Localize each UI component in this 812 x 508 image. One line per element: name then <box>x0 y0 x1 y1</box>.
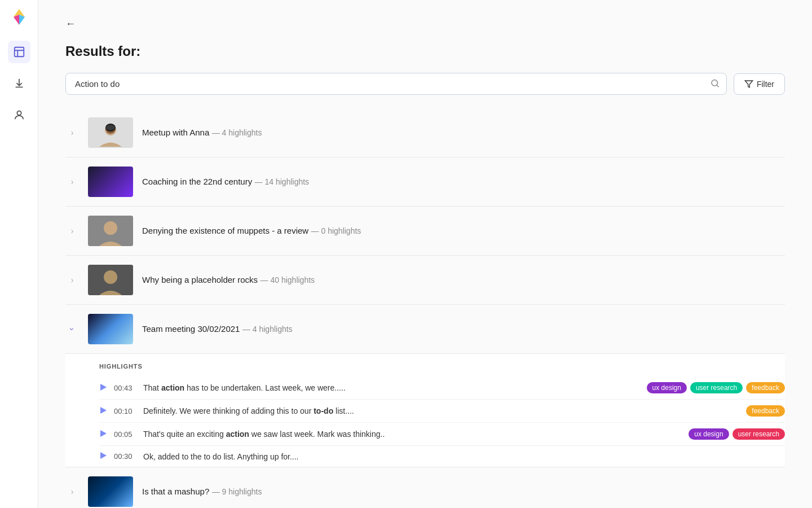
result-title-placeholder: Why being a placeholder rocks <box>142 275 258 284</box>
result-info-meetup-anna: Meetup with Anna — 4 highlights <box>142 128 262 138</box>
thumbnail-meetup-anna <box>88 117 133 148</box>
highlight-text-2: Definitely. We were thinking of adding t… <box>143 406 739 415</box>
expand-button-team-meeting[interactable]: › <box>68 322 77 336</box>
result-title-mashup: Is that a mashup? <box>142 487 209 496</box>
tags-1: ux design user research feedback <box>647 382 785 393</box>
sidebar-item-download[interactable] <box>8 72 30 95</box>
svg-rect-0 <box>14 47 24 57</box>
tag-ux-design-3: ux design <box>689 428 729 440</box>
highlight-row-1: 00:43 That action has to be undertaken. … <box>99 376 785 400</box>
tag-user-research-1: user research <box>690 382 743 393</box>
search-row: Filter <box>65 73 785 95</box>
svg-point-9 <box>104 221 117 235</box>
thumbnail-coaching <box>88 167 133 197</box>
timestamp-1: 00:43 <box>114 384 136 392</box>
play-button-2[interactable] <box>99 406 107 416</box>
result-item-placeholder: › Why being a placeholder rocks — 40 hig… <box>65 256 785 305</box>
tags-2: feedback <box>746 405 785 417</box>
expand-button-muppets[interactable]: › <box>65 226 79 235</box>
back-button[interactable]: ← <box>65 18 76 30</box>
page-title: Results for: <box>65 43 785 59</box>
tag-ux-design-1: ux design <box>647 382 687 393</box>
search-wrapper <box>65 73 727 95</box>
results-list: › Meetup with Anna — 4 highlights › Co <box>65 108 785 508</box>
search-button[interactable] <box>710 78 720 90</box>
sidebar-item-clips[interactable] <box>8 41 30 63</box>
play-button-1[interactable] <box>99 383 107 393</box>
play-button-4[interactable] <box>99 452 107 461</box>
result-highlights-coaching: — 14 highlights <box>255 177 310 186</box>
result-item-coaching: › Coaching in the 22nd century — 14 high… <box>65 157 785 207</box>
highlight-row-3: 00:05 That's quite an exciting action we… <box>99 423 785 446</box>
thumbnail-mashup <box>88 476 133 507</box>
result-highlights-mashup: — 9 highlights <box>212 487 262 496</box>
expand-button-mashup[interactable]: › <box>65 487 79 496</box>
filter-button[interactable]: Filter <box>734 73 785 95</box>
expand-button-coaching[interactable]: › <box>65 177 79 186</box>
play-button-3[interactable] <box>99 430 107 439</box>
result-info-team-meeting: Team meeting 30/02/2021 — 4 highlights <box>142 324 293 334</box>
result-title-muppets: Denying the existence of muppets - a rev… <box>142 226 308 235</box>
result-item-muppets: › Denying the existence of muppets - a r… <box>65 207 785 256</box>
timestamp-2: 00:10 <box>114 407 136 415</box>
thumbnail-muppets <box>88 216 133 246</box>
result-item-mashup: › Is that a mashup? — 9 highlights <box>65 467 785 508</box>
main-content: ← Results for: Filter › <box>38 0 812 508</box>
result-title-coaching: Coaching in the 22nd century <box>142 177 252 186</box>
highlight-row-4: 00:30 Ok, added to the to do list. Anyth… <box>99 446 785 467</box>
svg-point-7 <box>106 125 115 130</box>
result-info-coaching: Coaching in the 22nd century — 14 highli… <box>142 177 309 187</box>
svg-marker-3 <box>745 81 752 87</box>
highlight-text-3: That's quite an exciting action we saw l… <box>143 430 682 439</box>
result-item-meetup-anna: › Meetup with Anna — 4 highlights <box>65 108 785 157</box>
svg-marker-14 <box>100 430 107 437</box>
app-logo <box>9 7 29 27</box>
sidebar <box>0 0 38 508</box>
svg-marker-12 <box>100 384 107 391</box>
svg-point-11 <box>104 270 117 284</box>
svg-point-2 <box>712 80 718 86</box>
result-title-team-meeting: Team meeting 30/02/2021 <box>142 324 240 334</box>
highlight-row-2: 00:10 Definitely. We were thinking of ad… <box>99 400 785 423</box>
tag-feedback-2: feedback <box>746 405 785 417</box>
svg-point-1 <box>17 111 21 115</box>
thumbnail-team-meeting <box>88 314 133 344</box>
expand-button-placeholder[interactable]: › <box>65 275 79 284</box>
highlight-text-1: That action has to be undertaken. Last w… <box>143 383 640 392</box>
highlight-text-4: Ok, added to the to do list. Anything up… <box>143 452 778 461</box>
tag-feedback-1: feedback <box>746 382 785 393</box>
sidebar-item-user[interactable] <box>8 104 30 126</box>
tags-3: ux design user research <box>689 428 785 440</box>
result-info-mashup: Is that a mashup? — 9 highlights <box>142 487 262 497</box>
highlights-label: HIGHLIGHTS <box>99 363 785 370</box>
tag-user-research-3: user research <box>732 428 785 440</box>
thumbnail-placeholder <box>88 265 133 295</box>
result-highlights-placeholder: — 40 highlights <box>261 275 315 284</box>
filter-label: Filter <box>757 80 774 89</box>
expand-button-meetup-anna[interactable]: › <box>65 128 79 137</box>
search-input[interactable] <box>65 73 727 95</box>
result-highlights-team-meeting: — 4 highlights <box>242 325 293 334</box>
result-item-team-meeting: › Team meeting 30/02/2021 — 4 highlights <box>65 305 785 354</box>
timestamp-4: 00:30 <box>114 452 136 461</box>
result-info-placeholder: Why being a placeholder rocks — 40 highl… <box>142 275 315 285</box>
result-title-meetup-anna: Meetup with Anna <box>142 128 209 137</box>
expanded-highlights-section: HIGHLIGHTS 00:43 That action has to be u… <box>65 354 785 467</box>
result-highlights-meetup-anna: — 4 highlights <box>212 128 262 137</box>
svg-marker-15 <box>100 452 107 459</box>
result-info-muppets: Denying the existence of muppets - a rev… <box>142 226 361 236</box>
svg-marker-13 <box>100 407 107 414</box>
result-highlights-muppets: — 0 highlights <box>311 226 361 235</box>
timestamp-3: 00:05 <box>114 430 136 439</box>
